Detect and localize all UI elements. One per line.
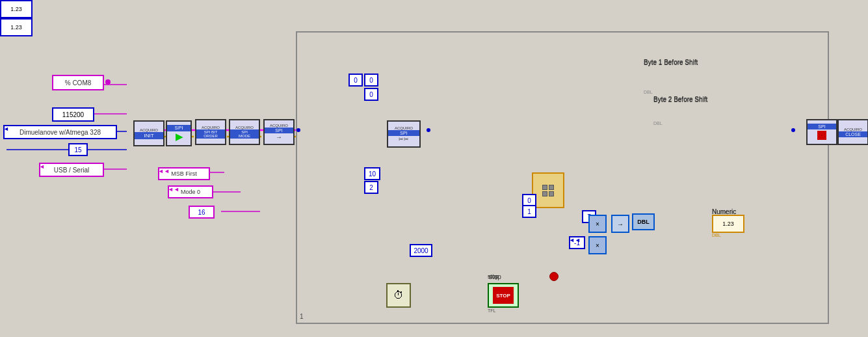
stop-title-label: stop <box>489 273 501 280</box>
com8-terminal[interactable]: % COM8 <box>52 75 104 90</box>
numeric-dbl-tag: DBL <box>712 233 721 237</box>
spi-arrow-block: ACQUIRO SPI → <box>263 119 295 145</box>
numeric-title-label: Numeric <box>712 208 736 215</box>
spi-close-block: SPI <box>806 119 837 145</box>
spi-block-1: SPI ▶ <box>166 120 192 146</box>
byte2-before-shift-label: Byte 2 Before Shift <box>653 96 707 103</box>
const-0a[interactable]: 0 <box>349 74 363 87</box>
const-10[interactable]: 10 <box>364 167 380 180</box>
usb-serial-terminal[interactable]: USB / Serial <box>39 163 104 177</box>
baud-rate-terminal[interactable]: 115200 <box>52 107 94 122</box>
msb-arrow: ◄◄ <box>158 168 170 174</box>
spi-transfer-block: ACQUIRO SPI ✂✂ <box>387 120 421 148</box>
arrow-math-block: → <box>611 215 629 233</box>
timeout-const[interactable]: 15 <box>68 143 88 156</box>
byte1-dbl-tag: DBL <box>644 90 653 94</box>
acquiro-init-block: ACQUIRO INIT <box>133 120 164 146</box>
multiply-block: × <box>588 215 607 233</box>
byte2-dbl-tag: DBL <box>653 121 663 126</box>
stop-button[interactable]: STOP <box>488 283 519 308</box>
byte1-display: 1.23 <box>0 0 33 18</box>
spi-bit-order-block: ACQUIRO SPI BITORDER <box>195 119 226 145</box>
mode0-arrow: ◄◄ <box>168 186 179 193</box>
stop-tfl: TFL <box>488 308 495 313</box>
const-0b[interactable]: 0 <box>364 74 378 87</box>
dbl-convert-block: DBL <box>632 213 655 230</box>
wire-junction-2 <box>427 128 430 132</box>
const-1[interactable]: 1 <box>522 205 536 218</box>
numeric-display: 1.23 <box>712 215 744 233</box>
const-0c-below[interactable]: 0 <box>364 88 378 101</box>
const-16[interactable]: 16 <box>189 206 215 219</box>
wire-junction-1 <box>296 128 300 132</box>
com8-terminal-dot <box>105 79 111 85</box>
multiply-block-2: × <box>588 236 607 254</box>
usb-arrow: ◄ <box>39 163 45 170</box>
const-2000[interactable]: 2000 <box>410 244 432 257</box>
wire-junction-3 <box>791 128 795 132</box>
neg1-arrow: ◄◄ <box>569 237 581 243</box>
loop-index-label: 1 <box>300 313 304 320</box>
stop-indicator-dot <box>549 272 559 281</box>
byte2-display: 1.23 <box>0 18 33 36</box>
close-block: ACQUIRO CLOSE <box>837 119 868 145</box>
byte1-before-shift-label: Byte 1 Before Shift <box>644 59 698 66</box>
device-arrow: ◄ <box>3 126 9 132</box>
device-terminal[interactable]: Dimuelanove w/Atmega 328 <box>3 125 117 139</box>
array-cluster-block <box>532 172 564 208</box>
const-2[interactable]: 2 <box>364 181 378 194</box>
timer-block: ⏱ <box>386 283 411 308</box>
spi-mode-block: ACQUIRO SPIMODE <box>229 119 260 145</box>
